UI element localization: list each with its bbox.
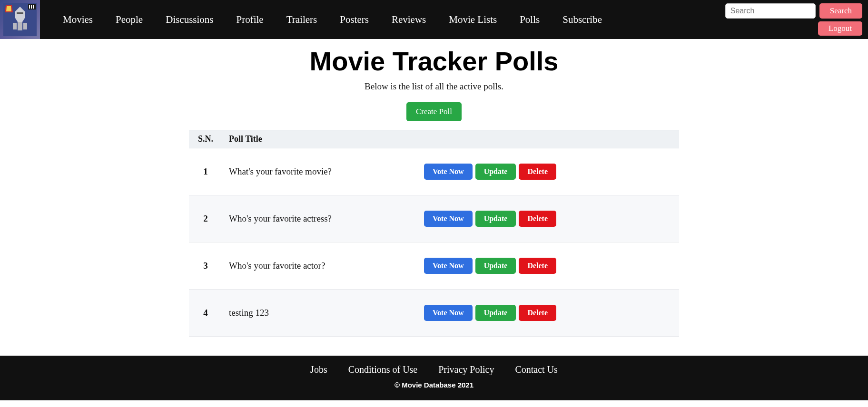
svg-rect-9 (31, 5, 32, 9)
svg-rect-3 (13, 23, 17, 29)
search-input[interactable] (725, 3, 816, 19)
footer-jobs[interactable]: Jobs (310, 364, 327, 375)
header-sn: S.N. (189, 130, 222, 148)
logout-button[interactable]: Logout (818, 21, 862, 36)
vote-button[interactable]: Vote Now (424, 258, 473, 274)
row-actions: Vote NowUpdateDelete (417, 290, 679, 337)
create-poll-button[interactable]: Create Poll (406, 102, 462, 121)
table-row: 2Who's your favorite actress?Vote NowUpd… (189, 195, 679, 242)
delete-button[interactable]: Delete (519, 305, 556, 321)
vote-button[interactable]: Vote Now (424, 305, 473, 321)
footer-links: Jobs Conditions of Use Privacy Policy Co… (0, 364, 868, 375)
footer-contact[interactable]: Contact Us (515, 364, 557, 375)
row-sn: 2 (189, 195, 222, 242)
navbar: Movies People Discussions Profile Traile… (0, 0, 868, 39)
vote-button[interactable]: Vote Now (424, 164, 473, 180)
nav-links: Movies People Discussions Profile Traile… (40, 14, 725, 26)
svg-marker-6 (6, 6, 11, 11)
polls-table: S.N. Poll Title 1What's your favorite mo… (189, 130, 679, 337)
svg-rect-2 (18, 22, 22, 30)
footer-privacy[interactable]: Privacy Policy (438, 364, 494, 375)
row-title: Who's your favorite actor? (222, 242, 417, 290)
footer: Jobs Conditions of Use Privacy Policy Co… (0, 356, 868, 400)
vote-button[interactable]: Vote Now (424, 211, 473, 227)
nav-people[interactable]: People (116, 14, 143, 26)
update-button[interactable]: Update (475, 305, 516, 321)
main: Movie Tracker Polls Below is the list of… (0, 39, 868, 356)
nav-right: Search Logout (725, 0, 862, 39)
page-title: Movie Tracker Polls (310, 46, 559, 77)
nav-reviews[interactable]: Reviews (392, 14, 426, 26)
nav-trailers[interactable]: Trailers (286, 14, 317, 26)
delete-button[interactable]: Delete (519, 258, 556, 274)
footer-copyright: © Movie Database 2021 (0, 381, 868, 389)
svg-rect-10 (33, 5, 34, 9)
table-row: 3Who's your favorite actor?Vote NowUpdat… (189, 242, 679, 290)
nav-posters[interactable]: Posters (340, 14, 369, 26)
svg-rect-4 (23, 23, 27, 29)
row-actions: Vote NowUpdateDelete (417, 242, 679, 290)
nav-polls[interactable]: Polls (520, 14, 540, 26)
header-actions (417, 130, 679, 148)
update-button[interactable]: Update (475, 164, 516, 180)
svg-rect-8 (29, 5, 30, 9)
row-title: testing 123 (222, 290, 417, 337)
nav-movie-lists[interactable]: Movie Lists (449, 14, 497, 26)
nav-profile[interactable]: Profile (237, 14, 264, 26)
table-header-row: S.N. Poll Title (189, 130, 679, 148)
table-row: 1What's your favorite movie?Vote NowUpda… (189, 148, 679, 195)
knight-icon (3, 3, 37, 36)
row-title: Who's your favorite actress? (222, 195, 417, 242)
search-button[interactable]: Search (819, 3, 862, 19)
row-sn: 4 (189, 290, 222, 337)
nav-movies[interactable]: Movies (63, 14, 93, 26)
site-logo[interactable] (0, 0, 40, 39)
row-actions: Vote NowUpdateDelete (417, 195, 679, 242)
page-subtitle: Below is the list of all the active poll… (365, 81, 503, 92)
nav-discussions[interactable]: Discussions (166, 14, 213, 26)
row-title: What's your favorite movie? (222, 148, 417, 195)
update-button[interactable]: Update (475, 258, 516, 274)
row-actions: Vote NowUpdateDelete (417, 148, 679, 195)
svg-rect-1 (17, 12, 23, 14)
header-title: Poll Title (222, 130, 417, 148)
delete-button[interactable]: Delete (519, 164, 556, 180)
delete-button[interactable]: Delete (519, 211, 556, 227)
row-sn: 1 (189, 148, 222, 195)
update-button[interactable]: Update (475, 211, 516, 227)
nav-subscribe[interactable]: Subscribe (562, 14, 602, 26)
footer-conditions[interactable]: Conditions of Use (348, 364, 418, 375)
polls-table-wrap: S.N. Poll Title 1What's your favorite mo… (189, 130, 679, 337)
table-row: 4testing 123Vote NowUpdateDelete (189, 290, 679, 337)
row-sn: 3 (189, 242, 222, 290)
